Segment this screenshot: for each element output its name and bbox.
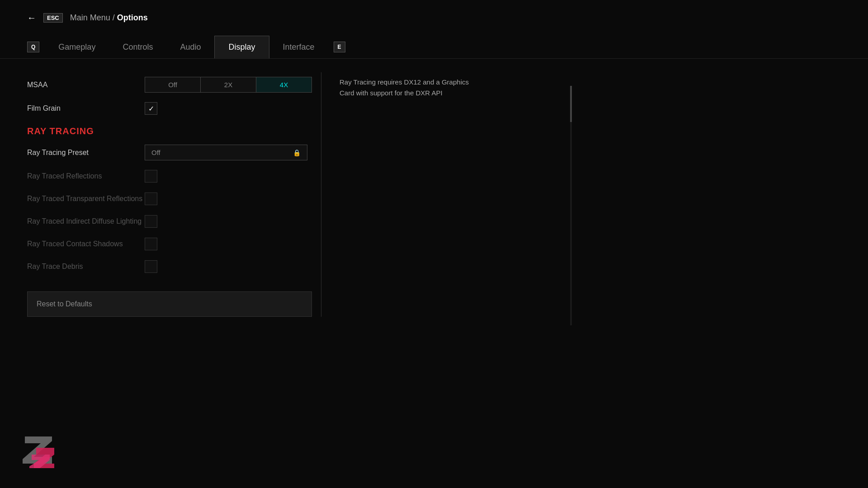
reset-defaults-label: Reset to Defaults bbox=[37, 300, 92, 308]
breadcrumb-current: Options bbox=[117, 13, 148, 22]
tab-key-right: E bbox=[334, 42, 345, 52]
film-grain-row: Film Grain ✓ bbox=[27, 97, 312, 120]
tab-gameplay[interactable]: Gameplay bbox=[45, 36, 109, 58]
ray-trace-debris-toggle bbox=[145, 260, 157, 273]
film-grain-checkbox[interactable]: ✓ bbox=[145, 102, 157, 115]
film-grain-label: Film Grain bbox=[27, 104, 145, 113]
ray-traced-reflections-label: Ray Traced Reflections bbox=[27, 172, 145, 180]
ray-trace-debris-label: Ray Trace Debris bbox=[27, 263, 145, 271]
ray-traced-transparent-toggle bbox=[145, 192, 157, 205]
tab-audio[interactable]: Audio bbox=[166, 36, 214, 58]
ray-tracing-info-text: Ray Tracing requires DX12 and a Graphics… bbox=[340, 77, 484, 99]
ray-tracing-header: RAY TRACING bbox=[27, 120, 312, 140]
msaa-off-button[interactable]: Off bbox=[145, 77, 201, 92]
top-navigation: ← ESC Main Menu / Options bbox=[0, 0, 868, 36]
ray-traced-transparent-row: Ray Traced Transparent Reflections bbox=[27, 188, 312, 210]
ray-traced-indirect-toggle bbox=[145, 215, 157, 228]
reset-defaults-bar[interactable]: Reset to Defaults bbox=[27, 291, 312, 317]
scrollbar-track[interactable] bbox=[570, 86, 572, 325]
ray-tracing-preset-label: Ray Tracing Preset bbox=[27, 149, 145, 157]
ray-traced-contact-control bbox=[145, 238, 312, 250]
scrollbar-thumb[interactable] bbox=[570, 86, 572, 122]
ray-traced-contact-toggle bbox=[145, 238, 157, 250]
msaa-row: MSAA Off 2X 4X bbox=[27, 72, 312, 97]
film-grain-control: ✓ bbox=[145, 102, 312, 115]
tab-display[interactable]: Display bbox=[214, 36, 269, 58]
info-panel: Ray Tracing requires DX12 and a Graphics… bbox=[321, 72, 841, 317]
ray-tracing-preset-control: Off 🔒 bbox=[145, 145, 312, 160]
ray-tracing-preset-value: Off bbox=[151, 149, 160, 156]
ray-trace-debris-row: Ray Trace Debris bbox=[27, 255, 312, 278]
ray-traced-indirect-control bbox=[145, 215, 312, 228]
tab-interface[interactable]: Interface bbox=[269, 36, 328, 58]
tab-controls[interactable]: Controls bbox=[109, 36, 166, 58]
ray-traced-contact-label: Ray Traced Contact Shadows bbox=[27, 240, 145, 248]
ray-traced-contact-row: Ray Traced Contact Shadows bbox=[27, 233, 312, 255]
ray-traced-transparent-label: Ray Traced Transparent Reflections bbox=[27, 195, 145, 203]
tab-key-left: Q bbox=[27, 42, 39, 52]
logo-area bbox=[18, 432, 63, 470]
msaa-buttons: Off 2X 4X bbox=[145, 77, 312, 93]
msaa-2x-button[interactable]: 2X bbox=[201, 77, 256, 92]
ray-traced-reflections-toggle bbox=[145, 170, 157, 183]
back-arrow-icon[interactable]: ← bbox=[27, 13, 36, 23]
main-content: MSAA Off 2X 4X Film Grain ✓ RAY TRACING … bbox=[0, 72, 868, 317]
ray-traced-indirect-row: Ray Traced Indirect Diffuse Lighting bbox=[27, 210, 312, 233]
ray-traced-reflections-row: Ray Traced Reflections bbox=[27, 165, 312, 188]
ray-tracing-preset-row: Ray Tracing Preset Off 🔒 bbox=[27, 140, 312, 165]
esc-key-badge[interactable]: ESC bbox=[43, 13, 63, 23]
msaa-4x-button[interactable]: 4X bbox=[256, 77, 311, 92]
ray-traced-indirect-label: Ray Traced Indirect Diffuse Lighting bbox=[27, 217, 145, 225]
msaa-control: Off 2X 4X bbox=[145, 77, 312, 93]
lock-icon: 🔒 bbox=[293, 149, 301, 156]
ray-tracing-preset-dropdown[interactable]: Off 🔒 bbox=[145, 145, 307, 160]
ray-traced-transparent-control bbox=[145, 192, 312, 205]
ray-traced-reflections-control bbox=[145, 170, 312, 183]
brand-logo bbox=[18, 432, 63, 468]
ray-trace-debris-control bbox=[145, 260, 312, 273]
tabs-bar: Q Gameplay Controls Audio Display Interf… bbox=[0, 36, 868, 59]
settings-panel: MSAA Off 2X 4X Film Grain ✓ RAY TRACING … bbox=[27, 72, 321, 317]
breadcrumb-prefix: Main Menu / bbox=[70, 13, 117, 22]
breadcrumb: Main Menu / Options bbox=[70, 13, 148, 23]
msaa-label: MSAA bbox=[27, 81, 145, 89]
